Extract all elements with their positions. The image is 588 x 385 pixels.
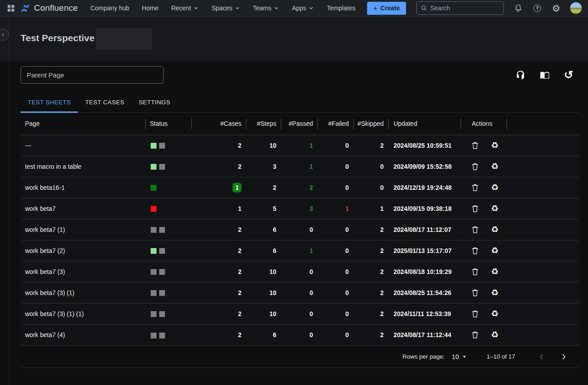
search-icon — [421, 4, 427, 12]
rerun-row-button[interactable]: ♻ — [490, 224, 499, 235]
trash-icon — [472, 289, 478, 297]
skipped-cell: 2 — [353, 219, 388, 240]
plus-icon: + — [373, 4, 378, 12]
page-name-cell[interactable]: work beta7 — [21, 198, 145, 219]
nav-item-company-hub[interactable]: Company hub — [90, 4, 129, 12]
delete-row-button[interactable] — [471, 330, 479, 340]
updated-cell: 2025/01/13 15:17:07 — [388, 240, 461, 261]
delete-row-button[interactable] — [471, 204, 479, 214]
top-navigation-bar: Confluence Company hubHomeRecentSpacesTe… — [0, 0, 588, 17]
tab-settings[interactable]: SETTINGS — [131, 93, 178, 113]
filler-cell — [507, 303, 580, 324]
status-cell — [145, 156, 191, 177]
skipped-cell: 2 — [353, 261, 388, 282]
updated-cell: 2024/11/11 12:53:39 — [388, 303, 461, 324]
rerun-row-button[interactable]: ♻ — [490, 287, 499, 298]
sidebar-edge-line — [8, 17, 9, 385]
rerun-row-button[interactable]: ♻ — [490, 161, 499, 171]
actions-wrap: ♻ — [461, 161, 507, 171]
rerun-row-button[interactable]: ♻ — [490, 266, 499, 277]
delete-row-button[interactable] — [471, 267, 479, 277]
table-row: work beta16-1122002024/12/19 19:24:48♻ — [21, 177, 580, 198]
page-name-cell[interactable]: work beta7 (3) — [21, 261, 145, 282]
nav-item-label: Recent — [171, 4, 191, 12]
steps-cell: 6 — [246, 219, 281, 240]
column-header-passed: #Passed — [281, 113, 317, 135]
status-cell — [145, 282, 191, 303]
caret-down-icon — [462, 354, 467, 359]
delete-row-button[interactable] — [471, 141, 479, 150]
rerun-row-button[interactable]: ♻ — [490, 329, 499, 340]
cases-badge: 1 — [233, 183, 241, 192]
recycle-icon: ♻ — [491, 225, 499, 234]
actions-cell: ♻ — [461, 156, 507, 177]
trash-icon — [472, 247, 478, 255]
rerun-row-button[interactable]: ♻ — [490, 203, 499, 214]
delete-row-button[interactable] — [471, 183, 479, 192]
updated-cell: 2024/08/17 11:12:44 — [388, 324, 461, 345]
reset-button[interactable]: ↺ — [563, 68, 574, 81]
status-square-gray — [159, 311, 165, 317]
rerun-row-button[interactable]: ♻ — [490, 182, 499, 192]
rerun-row-button[interactable]: ♻ — [490, 245, 499, 256]
table-row: work beta7 (3) (1) (1)2100022024/11/11 1… — [21, 303, 580, 324]
create-button[interactable]: + Create — [367, 2, 406, 15]
table-footer: Rows per page: 10 1–10 of 17 — [21, 345, 580, 368]
nav-item-spaces[interactable]: Spaces — [212, 4, 241, 12]
settings-button[interactable]: ⚙ — [551, 3, 561, 14]
expand-sidebar-button[interactable]: › — [0, 29, 9, 41]
cases-cell: 1 — [191, 198, 246, 219]
recycle-icon: ♻ — [491, 267, 499, 276]
nav-right-cluster: ? ⚙ — [416, 1, 582, 15]
delete-row-button[interactable] — [471, 162, 479, 171]
passed-cell: 0 — [281, 219, 317, 240]
rerun-row-button[interactable]: ♻ — [490, 308, 499, 319]
previous-page-button[interactable] — [536, 351, 547, 363]
documentation-button[interactable] — [538, 69, 551, 81]
page-name-cell[interactable]: work beta7 (4) — [21, 324, 145, 345]
delete-row-button[interactable] — [471, 288, 479, 298]
skipped-cell: 0 — [353, 177, 388, 198]
actions-wrap: ♻ — [461, 266, 507, 277]
confluence-home-link[interactable]: Confluence — [20, 3, 78, 13]
tab-test-sheets[interactable]: TEST SHEETS — [21, 93, 78, 113]
nav-item-label: Apps — [292, 4, 306, 12]
help-button[interactable]: ? — [533, 4, 542, 13]
delete-row-button[interactable] — [471, 225, 479, 235]
search-box[interactable] — [416, 1, 504, 15]
rerun-row-button[interactable]: ♻ — [490, 140, 499, 150]
status-cell — [145, 261, 191, 282]
page-name-cell[interactable]: --- — [21, 135, 145, 156]
column-header-status: Status — [145, 113, 191, 135]
toolbar-icons: ↺ — [514, 68, 580, 81]
open-book-icon — [539, 70, 550, 81]
nav-item-templates[interactable]: Templates — [327, 4, 355, 12]
nav-item-teams[interactable]: Teams — [253, 4, 279, 12]
search-input[interactable] — [430, 4, 499, 12]
page-name-cell[interactable]: test macro in a table — [21, 156, 145, 177]
nav-item-home[interactable]: Home — [142, 4, 158, 12]
page-name-cell[interactable]: work beta7 (1) — [21, 219, 145, 240]
skipped-cell: 2 — [353, 324, 388, 345]
delete-row-button[interactable] — [471, 246, 479, 256]
support-headset-icon — [515, 70, 525, 80]
nav-item-apps[interactable]: Apps — [292, 4, 314, 12]
notifications-button[interactable] — [513, 3, 524, 13]
rows-per-page-select[interactable]: 10 — [452, 353, 467, 360]
page-title: Test Perspective — [21, 33, 94, 43]
user-avatar[interactable] — [570, 2, 582, 14]
support-button[interactable] — [514, 69, 526, 81]
next-page-button[interactable] — [558, 351, 570, 363]
delete-row-button[interactable] — [471, 309, 479, 319]
actions-wrap: ♻ — [461, 287, 507, 298]
filler-cell — [507, 219, 580, 240]
page-name-cell[interactable]: work beta7 (3) (1) (1) — [21, 303, 145, 324]
parent-page-input[interactable] — [21, 66, 164, 84]
page-name-cell[interactable]: work beta16-1 — [21, 177, 145, 198]
nav-item-recent[interactable]: Recent — [171, 4, 199, 12]
tab-test-cases[interactable]: TEST CASES — [78, 93, 131, 113]
app-switcher-button[interactable] — [6, 4, 16, 13]
page-name-cell[interactable]: work beta7 (3) (1) — [21, 282, 145, 303]
chevron-down-icon — [193, 5, 199, 11]
page-name-cell[interactable]: work beta7 (2) — [21, 240, 145, 261]
